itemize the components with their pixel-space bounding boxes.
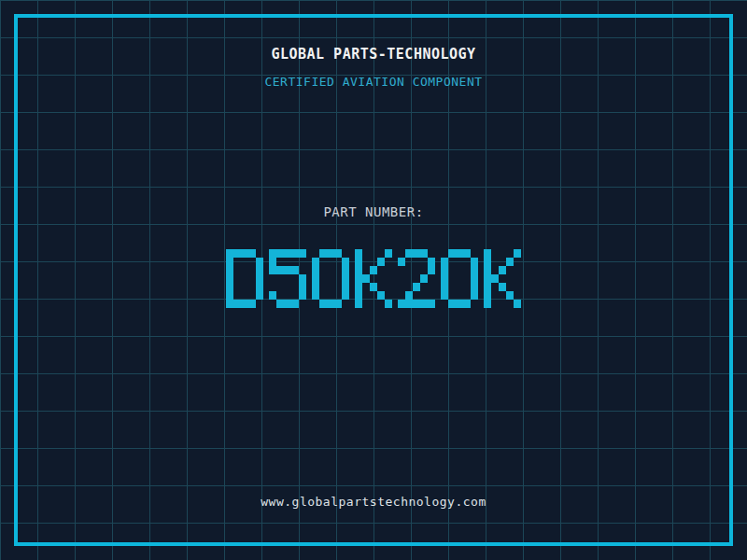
part-number-value — [0, 249, 747, 308]
company-name: GLOBAL PARTS-TECHNOLOGY — [0, 47, 747, 62]
part-number-char — [312, 249, 349, 308]
part-number-char — [398, 249, 435, 308]
part-number-label: PART NUMBER: — [0, 204, 747, 219]
part-number-char — [355, 249, 392, 308]
part-number-char — [441, 249, 478, 308]
part-number-char — [226, 249, 263, 308]
website-url: www.globalpartstechnology.com — [0, 496, 747, 509]
certification-subtitle: CERTIFIED AVIATION COMPONENT — [0, 76, 747, 89]
blueprint-card: GLOBAL PARTS-TECHNOLOGY CERTIFIED AVIATI… — [0, 0, 747, 560]
part-number-char — [484, 249, 521, 308]
part-number-char — [269, 249, 306, 308]
